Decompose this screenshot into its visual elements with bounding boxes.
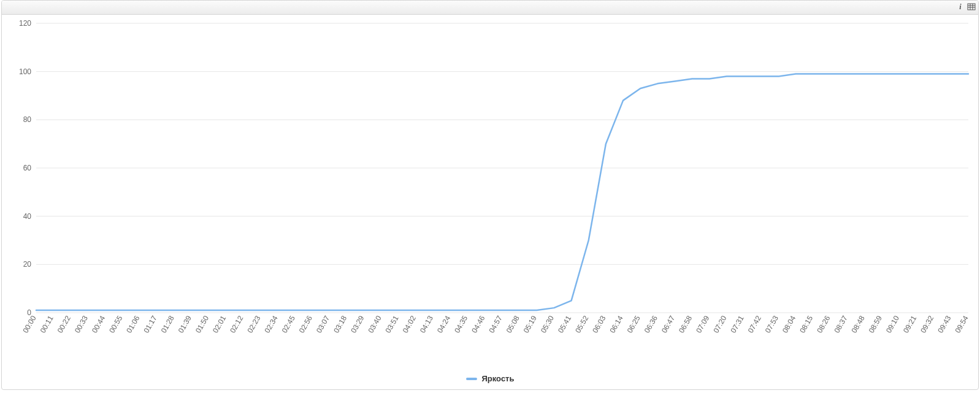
svg-text:00:44: 00:44 (90, 314, 107, 334)
svg-text:120: 120 (19, 19, 31, 28)
svg-text:01:17: 01:17 (142, 314, 158, 334)
svg-text:02:01: 02:01 (211, 314, 228, 334)
chart-legend[interactable]: Яркость (2, 372, 978, 389)
svg-text:03:40: 03:40 (366, 314, 383, 334)
svg-text:01:28: 01:28 (159, 314, 176, 334)
chart-area: 02040608010012000:0000:1100:2200:3300:44… (2, 15, 978, 372)
svg-text:08:26: 08:26 (815, 314, 832, 334)
line-chart: 02040608010012000:0000:1100:2200:3300:44… (7, 18, 974, 362)
svg-text:08:15: 08:15 (798, 314, 814, 334)
svg-text:80: 80 (23, 115, 32, 124)
svg-text:01:50: 01:50 (194, 314, 210, 334)
svg-text:09:32: 09:32 (919, 314, 935, 334)
svg-text:09:43: 09:43 (936, 314, 952, 334)
svg-text:06:03: 06:03 (591, 314, 607, 334)
svg-text:09:54: 09:54 (953, 314, 970, 334)
svg-text:60: 60 (23, 164, 32, 172)
svg-text:03:29: 03:29 (349, 314, 366, 334)
svg-text:04:24: 04:24 (435, 314, 452, 334)
svg-text:01:39: 01:39 (177, 314, 193, 334)
svg-text:08:37: 08:37 (832, 314, 849, 334)
legend-label: Яркость (482, 374, 515, 383)
svg-text:04:46: 04:46 (470, 314, 486, 334)
svg-text:07:09: 07:09 (694, 314, 711, 334)
table-icon[interactable] (967, 2, 976, 11)
svg-text:06:58: 06:58 (677, 314, 694, 334)
svg-text:03:07: 03:07 (315, 314, 331, 334)
legend-swatch (466, 378, 477, 380)
svg-text:02:34: 02:34 (263, 314, 280, 334)
svg-text:07:31: 07:31 (729, 314, 746, 334)
svg-text:07:42: 07:42 (746, 314, 763, 334)
svg-text:40: 40 (23, 212, 32, 221)
svg-text:06:25: 06:25 (626, 314, 642, 334)
svg-rect-1 (968, 4, 975, 10)
svg-text:08:59: 08:59 (867, 314, 884, 334)
svg-text:09:21: 09:21 (902, 314, 918, 334)
svg-text:02:23: 02:23 (245, 314, 262, 334)
svg-text:05:52: 05:52 (573, 314, 590, 334)
svg-text:01:06: 01:06 (124, 314, 141, 334)
svg-text:07:20: 07:20 (711, 314, 728, 334)
svg-text:00:00: 00:00 (21, 314, 37, 334)
svg-text:05:19: 05:19 (522, 314, 538, 334)
svg-text:i: i (959, 2, 962, 11)
svg-text:03:18: 03:18 (332, 314, 348, 334)
svg-text:08:48: 08:48 (850, 314, 867, 334)
svg-text:02:56: 02:56 (297, 314, 314, 334)
svg-text:09:10: 09:10 (884, 314, 901, 334)
panel-header: i (2, 1, 978, 15)
svg-text:00:22: 00:22 (56, 314, 72, 334)
svg-text:05:41: 05:41 (556, 314, 573, 334)
svg-text:08:04: 08:04 (781, 314, 797, 334)
svg-text:05:30: 05:30 (539, 314, 556, 334)
chart-panel: i 02040608010012000:0000:1100:2200:3300:… (1, 0, 979, 390)
svg-text:07:53: 07:53 (764, 314, 780, 334)
info-icon[interactable]: i (956, 2, 965, 11)
svg-text:03:51: 03:51 (384, 314, 400, 334)
svg-text:06:14: 06:14 (608, 314, 624, 334)
svg-text:04:13: 04:13 (418, 314, 435, 334)
svg-text:05:08: 05:08 (505, 314, 521, 334)
svg-text:100: 100 (19, 67, 31, 76)
svg-text:06:36: 06:36 (643, 314, 659, 334)
svg-text:00:11: 00:11 (39, 314, 55, 334)
svg-text:00:55: 00:55 (107, 314, 124, 334)
svg-text:00:33: 00:33 (73, 314, 90, 334)
svg-text:02:12: 02:12 (228, 314, 245, 334)
svg-text:04:02: 04:02 (401, 314, 418, 334)
svg-text:04:35: 04:35 (453, 314, 469, 334)
svg-text:20: 20 (23, 260, 32, 269)
svg-text:02:45: 02:45 (280, 314, 297, 334)
svg-text:06:47: 06:47 (660, 314, 676, 334)
svg-text:04:57: 04:57 (487, 314, 503, 334)
